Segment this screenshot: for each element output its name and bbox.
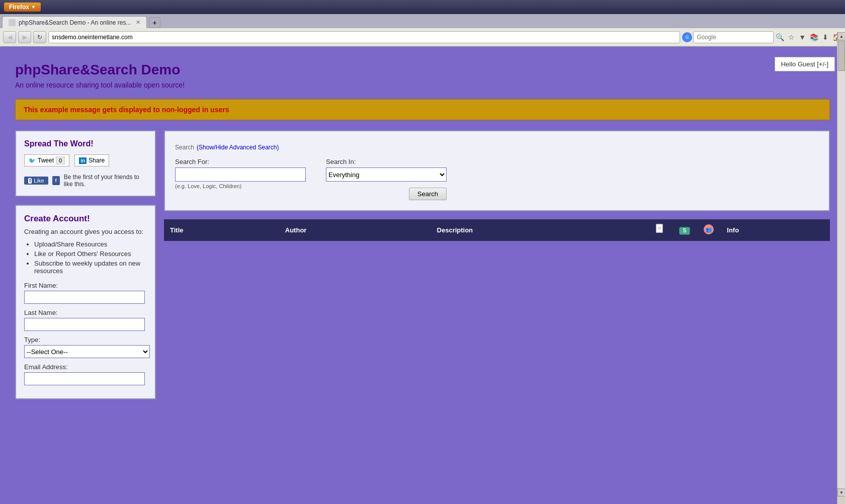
back-button[interactable]: ◀ [3, 31, 16, 43]
nav-search-input[interactable] [693, 31, 774, 43]
share-label: Share [89, 157, 105, 164]
forward-button[interactable]: ▶ [18, 31, 31, 43]
create-account-panel: Create Account! Creating an account give… [15, 205, 156, 399]
url-bar[interactable] [48, 31, 680, 43]
new-tab-button[interactable]: + [149, 17, 160, 28]
social-buttons-row: 🐦 Tweet 0 in Share [24, 154, 147, 166]
bookmark-star-button[interactable]: ☆ [787, 32, 796, 42]
results-table-header: Title Author Description [164, 219, 830, 241]
alert-message: This example message gets displayed to n… [24, 106, 229, 114]
advanced-search-link[interactable]: (Show/Hide Advanced Search) [197, 144, 279, 151]
search-in-select[interactable]: Everything Title Author Description [326, 167, 447, 182]
first-name-label: First Name: [24, 282, 147, 289]
nav-search-button[interactable]: 🔍 [775, 32, 785, 42]
reload-button[interactable]: ↻ [33, 31, 46, 43]
site-title: phpShare&Search Demo [15, 62, 830, 78]
tab-close-button[interactable]: ✕ [136, 19, 140, 26]
col-icon1-header [648, 219, 672, 241]
search-hint: (e.g. Love, Logic, Children) [175, 183, 306, 189]
firefox-menu-button[interactable]: Firefox [4, 3, 41, 12]
linkedin-icon: in [79, 157, 87, 164]
spread-word-panel: Spread The Word! 🐦 Tweet 0 in Share f [15, 130, 156, 197]
create-account-description: Creating an account gives you access to: [24, 228, 147, 235]
search-form: Search For: (e.g. Love, Logic, Children)… [175, 158, 819, 200]
google-icon: G [682, 32, 692, 42]
create-account-title: Create Account! [24, 214, 147, 224]
page-content: Hello Guest [+/-] phpShare&Search Demo A… [0, 47, 845, 499]
search-panel-title: Search (Show/Hide Advanced Search) [175, 141, 819, 152]
right-column: Search (Show/Hide Advanced Search) Searc… [164, 130, 830, 241]
type-label: Type: [24, 336, 147, 344]
hello-guest-widget[interactable]: Hello Guest [+/-] [775, 57, 835, 71]
email-input[interactable] [24, 372, 145, 385]
facebook-like-row: f Like f Be the first of your friends to… [24, 174, 147, 188]
like-label: Like [34, 178, 44, 184]
facebook-share-icon: f [52, 176, 60, 185]
advanced-search-link-wrapper: (Show/Hide Advanced Search) [197, 144, 279, 151]
benefit-3: Subscribe to weekly updates on new resou… [34, 260, 147, 275]
search-in-section: Search In: Everything Title Author Descr… [326, 158, 447, 200]
tab-title: phpShare&Search Demo - An online res... [19, 19, 131, 26]
search-for-input[interactable] [175, 167, 306, 182]
svg-text:S: S [683, 228, 687, 233]
search-title-text: Search [175, 144, 194, 151]
scroll-up-button[interactable]: ▲ [837, 32, 845, 40]
search-in-label: Search In: [326, 158, 356, 165]
spread-word-title: Spread The Word! [24, 139, 147, 148]
scroll-down-button[interactable]: ▼ [837, 488, 845, 496]
search-panel: Search (Show/Hide Advanced Search) Searc… [164, 130, 830, 211]
bookmarks-button[interactable]: 📚 [809, 32, 819, 42]
tweet-count: 0 [56, 156, 65, 164]
svg-rect-0 [656, 224, 662, 232]
last-name-input[interactable] [24, 318, 145, 331]
email-group: Email Address: [24, 363, 147, 385]
col-title-header: Title [164, 219, 279, 241]
browser-scrollbar[interactable]: ▲ ▼ [837, 32, 845, 499]
first-name-group: First Name: [24, 282, 147, 304]
hello-guest-text: Hello Guest [+/-] [781, 60, 828, 68]
col-author-header: Author [279, 219, 431, 241]
tweet-button[interactable]: 🐦 Tweet 0 [24, 154, 69, 166]
create-account-benefits: Upload/Share Resources Like or Report Ot… [24, 240, 147, 275]
facebook-icon: f [28, 178, 32, 184]
like-description: Be the first of your friends to like thi… [64, 174, 147, 188]
search-button[interactable]: Search [409, 188, 447, 200]
search-for-label: Search For: [175, 158, 306, 165]
col-icon3-header: 👥 [697, 219, 721, 241]
share-icon: S [679, 223, 691, 235]
col-icon2-header: S [672, 219, 697, 241]
results-table: Title Author Description [164, 219, 830, 241]
linkedin-share-button[interactable]: in Share [74, 154, 109, 166]
social-icon: 👥 [703, 223, 715, 235]
svg-text:👥: 👥 [706, 226, 712, 233]
main-layout: Spread The Word! 🐦 Tweet 0 in Share f [15, 130, 830, 399]
facebook-like-button[interactable]: f Like [24, 177, 48, 185]
email-label: Email Address: [24, 363, 147, 371]
bookmark-tools-button[interactable]: ▼ [798, 32, 807, 42]
last-name-group: Last Name: [24, 309, 147, 331]
tweet-label: Tweet [38, 157, 54, 164]
type-group: Type: --Select One-- Individual Organiza… [24, 336, 147, 358]
firefox-label: Firefox [9, 4, 29, 11]
nav-search-area: G 🔍 [682, 31, 785, 43]
document-icon [654, 223, 666, 235]
browser-tab[interactable]: phpShare&Search Demo - An online res... … [2, 16, 147, 28]
first-name-input[interactable] [24, 291, 145, 304]
alert-banner: This example message gets displayed to n… [15, 99, 830, 120]
scroll-thumb[interactable] [838, 41, 845, 71]
nav-icons-area: ☆ ▼ 📚 ⬇ 🏠 [787, 32, 842, 42]
twitter-icon: 🐦 [29, 157, 36, 164]
downloads-button[interactable]: ⬇ [821, 32, 829, 42]
site-subtitle: An online resource sharing tool availabl… [15, 81, 830, 89]
left-column: Spread The Word! 🐦 Tweet 0 in Share f [15, 130, 156, 399]
col-info-header: Info [721, 219, 830, 241]
tab-favicon [9, 19, 16, 26]
search-for-section: Search For: (e.g. Love, Logic, Children) [175, 158, 306, 189]
type-select[interactable]: --Select One-- Individual Organization [24, 345, 150, 358]
scroll-track [837, 41, 845, 488]
last-name-label: Last Name: [24, 309, 147, 316]
benefit-1: Upload/Share Resources [34, 240, 147, 248]
benefit-2: Like or Report Others' Resources [34, 250, 147, 258]
col-description-header: Description [431, 219, 649, 241]
